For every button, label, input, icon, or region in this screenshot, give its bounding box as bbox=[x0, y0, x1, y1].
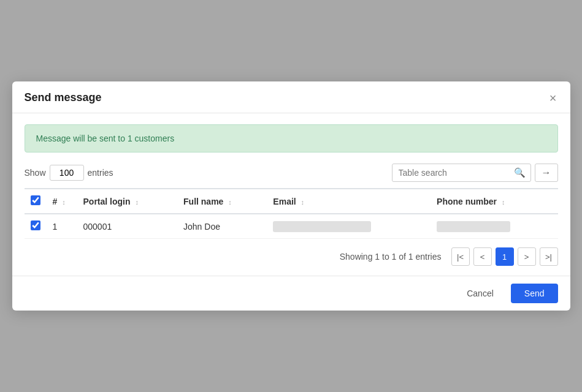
td-email bbox=[267, 214, 431, 239]
export-button[interactable]: → bbox=[535, 164, 558, 182]
cancel-button[interactable]: Cancel bbox=[456, 284, 505, 303]
pagination-row: Showing 1 to 1 of 1 entries |< < 1 > >| bbox=[25, 247, 558, 270]
last-page-button[interactable]: >| bbox=[540, 247, 558, 266]
entries-per-page-input[interactable] bbox=[50, 165, 84, 181]
send-message-modal: Send message × Message will be sent to 1… bbox=[12, 81, 570, 311]
entries-label: entries bbox=[88, 168, 113, 178]
search-box: 🔍 bbox=[392, 164, 531, 182]
td-portal-login: 000001 bbox=[77, 214, 178, 239]
first-page-button[interactable]: |< bbox=[451, 247, 470, 266]
row-checkbox[interactable] bbox=[31, 221, 40, 230]
modal-body: Message will be sent to 1 customers Show… bbox=[12, 113, 570, 276]
pagination-info: Showing 1 to 1 of 1 entries bbox=[340, 252, 442, 262]
select-all-checkbox[interactable] bbox=[31, 195, 40, 205]
prev-page-icon: < bbox=[480, 252, 485, 262]
email-blurred bbox=[273, 221, 371, 232]
export-icon: → bbox=[542, 167, 551, 178]
next-page-button[interactable]: > bbox=[518, 247, 536, 266]
data-table: # ↕ Portal login ↕ Full name ↕ Email bbox=[25, 188, 558, 239]
search-icon-button[interactable]: 🔍 bbox=[509, 164, 530, 181]
th-email[interactable]: Email ↕ bbox=[267, 189, 431, 214]
sort-icon-email: ↕ bbox=[301, 198, 305, 206]
prev-page-button[interactable]: < bbox=[473, 247, 492, 266]
th-full-name[interactable]: Full name ↕ bbox=[177, 189, 267, 214]
th-num[interactable]: # ↕ bbox=[47, 189, 77, 214]
last-page-icon: >| bbox=[545, 252, 552, 262]
td-phone bbox=[431, 214, 557, 239]
th-checkbox bbox=[25, 189, 47, 214]
page-1-button[interactable]: 1 bbox=[496, 247, 514, 266]
th-portal-login[interactable]: Portal login ↕ bbox=[77, 189, 178, 214]
modal-title: Send message bbox=[25, 91, 102, 104]
next-page-icon: > bbox=[524, 252, 529, 262]
modal-overlay: Send message × Message will be sent to 1… bbox=[0, 0, 582, 392]
sort-icon-phone: ↕ bbox=[502, 198, 505, 206]
td-checkbox bbox=[25, 214, 47, 239]
sort-icon-portal-login: ↕ bbox=[135, 198, 139, 206]
close-button[interactable]: × bbox=[548, 92, 558, 104]
modal-footer: Cancel Send bbox=[12, 276, 570, 311]
first-page-icon: |< bbox=[457, 252, 464, 262]
th-phone[interactable]: Phone number ↕ bbox=[431, 189, 557, 214]
sort-icon-num: ↕ bbox=[62, 198, 66, 206]
table-controls: Show entries 🔍 → bbox=[25, 164, 558, 182]
show-entries-control: Show entries bbox=[25, 165, 113, 181]
modal-header: Send message × bbox=[12, 81, 570, 113]
search-icon: 🔍 bbox=[514, 167, 526, 178]
table-row: 1 000001 John Doe bbox=[25, 214, 558, 239]
alert-banner: Message will be sent to 1 customers bbox=[25, 124, 558, 153]
table-search-wrap: 🔍 → bbox=[392, 164, 558, 182]
search-input[interactable] bbox=[392, 165, 509, 181]
send-button[interactable]: Send bbox=[511, 284, 558, 303]
sort-icon-full-name: ↕ bbox=[228, 198, 232, 206]
show-label: Show bbox=[25, 168, 46, 178]
table-header-row: # ↕ Portal login ↕ Full name ↕ Email bbox=[25, 189, 558, 214]
td-num: 1 bbox=[47, 214, 77, 239]
phone-blurred bbox=[437, 221, 510, 232]
td-full-name: John Doe bbox=[177, 214, 267, 239]
alert-message: Message will be sent to 1 customers bbox=[36, 134, 175, 143]
